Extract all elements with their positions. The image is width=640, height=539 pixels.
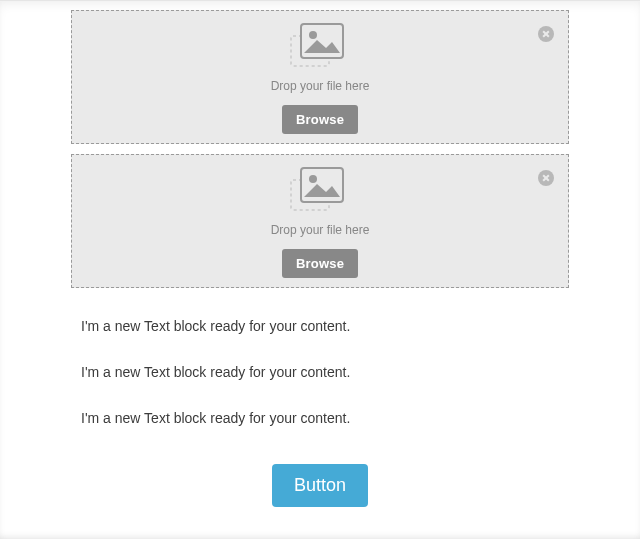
text-block[interactable]: I'm a new Text block ready for your cont… <box>81 364 569 380</box>
drop-text: Drop your file here <box>271 79 370 93</box>
action-button[interactable]: Button <box>272 464 368 507</box>
close-icon[interactable] <box>538 26 554 42</box>
browse-button[interactable]: Browse <box>282 105 358 134</box>
image-upload-block[interactable]: Drop your file here Browse <box>71 10 569 144</box>
image-placeholder-icon <box>294 169 346 213</box>
image-placeholder-icon <box>294 25 346 69</box>
button-row: Button <box>71 464 569 507</box>
scroll-area: Drop your file here Browse Drop your fi <box>0 2 640 539</box>
editor-canvas: Drop your file here Browse Drop your fi <box>0 0 640 539</box>
image-upload-block[interactable]: Drop your file here Browse <box>71 154 569 288</box>
text-block[interactable]: I'm a new Text block ready for your cont… <box>81 318 569 334</box>
content-column: Drop your file here Browse Drop your fi <box>71 2 569 539</box>
svg-point-2 <box>309 31 317 39</box>
drop-text: Drop your file here <box>271 223 370 237</box>
svg-point-5 <box>309 175 317 183</box>
close-icon[interactable] <box>538 170 554 186</box>
text-block[interactable]: I'm a new Text block ready for your cont… <box>81 410 569 426</box>
browse-button[interactable]: Browse <box>282 249 358 278</box>
